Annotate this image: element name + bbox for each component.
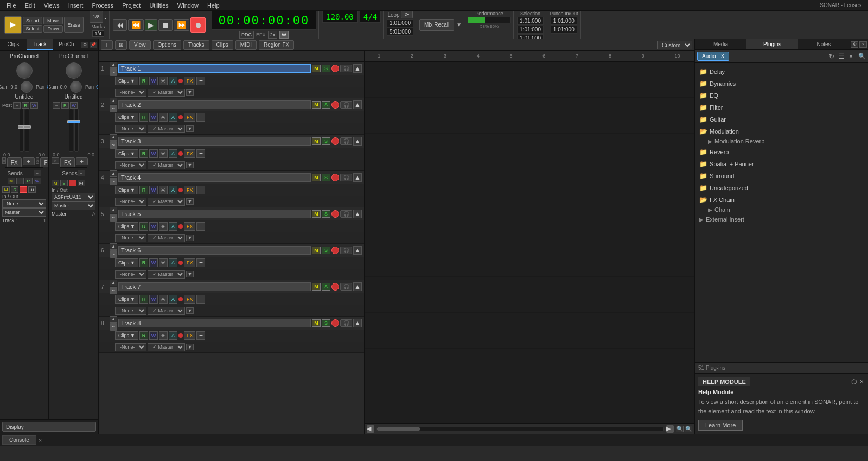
menu-insert[interactable]: Insert [64,2,88,9]
t6-input-sel[interactable]: -None- [115,270,146,279]
view-btn[interactable]: View [129,40,151,50]
t4-out-arrow[interactable]: ▼ [186,198,194,205]
t8-output-sel[interactable]: ✓ Master [148,343,185,351]
t7-w-btn[interactable]: W [149,295,158,304]
region-fx-btn[interactable]: Region FX [259,40,294,50]
t6-r-btn[interactable]: R [139,258,148,267]
ch2-mute-btn[interactable]: M [52,180,59,186]
ch1-w-btn[interactable]: W [30,102,38,109]
t5-out-arrow[interactable]: ▼ [186,235,194,241]
t7-input-sel[interactable]: -None- [115,307,146,315]
menu-edit[interactable]: Edit [21,2,40,9]
t1-rec[interactable] [331,65,339,72]
right-panel-close[interactable]: × [859,41,867,48]
t1-r-btn[interactable]: R [139,77,148,85]
menu-views[interactable]: Views [40,2,64,9]
loop-toggle[interactable]: ⟳ [401,11,413,18]
t4-insert[interactable]: + [196,186,205,194]
t6-fx-btn[interactable]: FX [184,258,196,267]
learn-more-button[interactable]: Learn More [698,420,743,431]
t5-w-btn[interactable]: W [149,222,158,231]
t8-headphone[interactable]: 🎧 [340,319,352,327]
snap-btn[interactable]: 1/8 [90,11,103,23]
t6-output-sel[interactable]: ✓ Master [148,270,185,279]
track-name-input-5[interactable] [118,210,311,218]
ch1-r-btn[interactable]: R [22,102,29,109]
ch1-send-m[interactable]: M [8,178,15,184]
smart-btn[interactable]: Smart [23,17,42,24]
t1-add[interactable]: ▲ [353,64,362,73]
ch2-solo-btn[interactable]: S [60,180,68,186]
t8-solo[interactable]: S [322,319,330,327]
menu-file[interactable]: File [2,2,21,9]
t5-input-sel[interactable]: -None- [115,234,146,242]
track-name-input-3[interactable] [118,137,311,146]
t2-clips-btn[interactable]: Clips▼ [115,113,138,122]
t1-w-btn[interactable]: W [149,77,158,85]
clip-row-5[interactable] [365,205,694,241]
t8-mute[interactable]: M [312,319,321,327]
zoom-out-btn[interactable]: 🔍 [685,426,692,432]
t1-insert[interactable]: + [196,77,205,85]
t5-rec[interactable] [331,210,339,218]
track-view-grid-btn[interactable]: ⊞ [115,40,127,50]
ch2-r-btn[interactable]: R [61,102,69,109]
t4-w-btn[interactable]: W [149,186,158,194]
t3-input-sel[interactable]: -None- [115,161,146,169]
t3-r-btn[interactable]: R [139,149,148,158]
t8-out-arrow[interactable]: ▼ [186,344,194,350]
display-btn[interactable]: Display [2,422,96,432]
t7-out-arrow[interactable]: ▼ [186,307,194,314]
t1-output-sel[interactable]: ✓ Master [148,89,185,97]
right-panel-options[interactable]: ⚙ [851,41,858,48]
ch1-send-env[interactable]: ~ [16,178,24,184]
clip-row-3[interactable] [365,134,694,169]
ch1-sends-add[interactable]: + [34,170,41,176]
t1-ast-btn[interactable]: ✳ [159,77,168,85]
t8-w-btn[interactable]: W [149,331,158,340]
t6-add[interactable]: ▲ [353,246,362,255]
t4-rec[interactable] [331,174,339,181]
left-panel-setting[interactable]: ⚙ [81,42,88,48]
ch2-env-btn[interactable]: ~ [53,102,60,109]
ch1-fx2-on[interactable]: ○ [36,157,40,164]
midi-btn[interactable]: MIDI [235,40,257,50]
zoom-in-btn[interactable]: 🔍 [676,426,684,432]
t5-fx-btn[interactable]: FX [184,222,196,231]
ch2-w-btn[interactable]: W [70,102,78,109]
t7-insert[interactable]: + [196,295,205,304]
horizontal-scrollbar[interactable] [376,427,664,431]
t8-insert[interactable]: + [196,331,205,340]
t8-r-btn[interactable]: R [139,331,148,340]
t4-solo[interactable]: S [322,174,330,181]
t3-w-btn[interactable]: W [149,149,158,158]
t3-add[interactable]: ▲ [353,137,362,146]
tracks-btn[interactable]: Tracks [183,40,209,50]
t1-headphone[interactable]: 🎧 [340,65,352,72]
ch1-pan-knob[interactable] [21,81,33,93]
t8-expand[interactable]: ▲ [110,316,117,323]
ch2-fader-thumb2[interactable] [73,120,80,123]
t5-solo[interactable]: S [322,210,330,218]
console-tab[interactable]: Console [2,435,36,445]
t5-insert[interactable]: + [196,222,205,231]
t7-add[interactable]: ▲ [353,282,362,291]
t3-rec[interactable] [331,137,339,145]
t3-expand[interactable]: ▲ [110,134,117,141]
t2-solo[interactable]: S [322,101,330,109]
ch2-sends-add[interactable]: + [78,170,85,176]
t2-ast-btn[interactable]: ✳ [159,113,168,122]
t2-insert[interactable]: + [196,113,205,122]
t8-clips-btn[interactable]: Clips▼ [115,331,138,340]
t2-a-btn[interactable]: A [169,113,177,122]
t4-fx-btn[interactable]: FX [184,186,196,194]
ch1-env-btn[interactable]: ~ [13,102,21,109]
t6-insert[interactable]: + [196,258,205,267]
scroll-right-btn[interactable]: ▶ [666,425,674,433]
menu-process[interactable]: Process [87,2,118,9]
clip-format-select[interactable]: Custom [657,41,692,49]
t7-output-sel[interactable]: ✓ Master [148,307,185,315]
t8-input-sel[interactable]: -None- [115,343,146,351]
t7-headphone[interactable]: 🎧 [340,283,352,291]
clip-row-6[interactable] [365,241,694,277]
